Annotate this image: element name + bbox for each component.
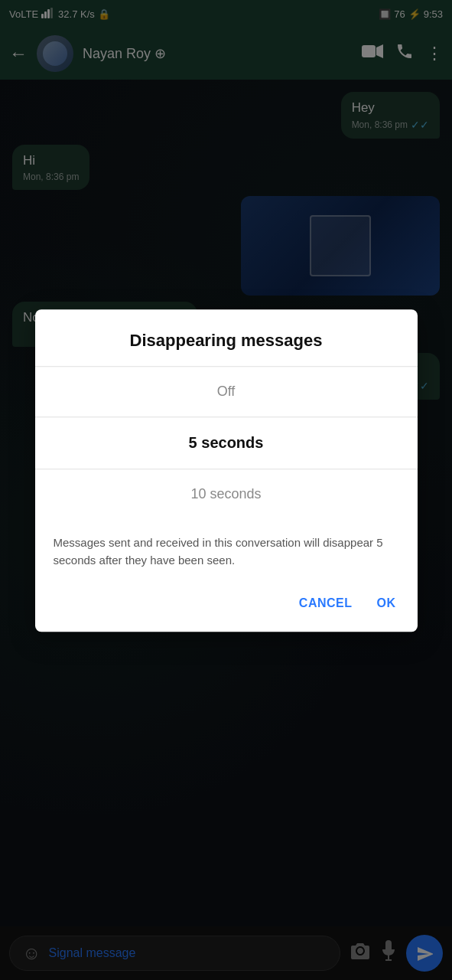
option-off[interactable]: Off: [35, 367, 418, 416]
cancel-button[interactable]: CANCEL: [296, 590, 356, 616]
disappearing-messages-dialog: Disappearing messages Off 5 seconds 10 s…: [35, 309, 418, 632]
option-5-seconds[interactable]: 5 seconds: [35, 417, 418, 469]
dialog-actions: CANCEL OK: [35, 581, 418, 632]
ok-button[interactable]: OK: [374, 590, 399, 616]
dialog-description: Messages sent and received in this conve…: [35, 519, 418, 581]
option-10-seconds[interactable]: 10 seconds: [35, 469, 418, 519]
dialog-title: Disappearing messages: [35, 309, 418, 366]
